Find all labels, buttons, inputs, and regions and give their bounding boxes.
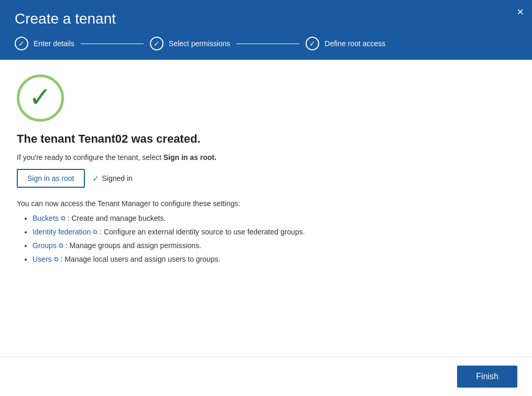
step-1-label: Enter details xyxy=(34,39,74,48)
step-define-root-access: ✓ Define root access xyxy=(306,37,385,50)
info-text-prefix: If you're ready to configure the tenant,… xyxy=(17,153,164,162)
settings-list: Buckets ⧉ : Create and manage buckets. I… xyxy=(17,214,515,263)
modal-footer: Finish xyxy=(0,357,532,396)
info-text-link: Sign in as root. xyxy=(164,153,216,162)
external-link-icon: ⧉ xyxy=(93,228,97,236)
close-button[interactable]: × xyxy=(517,6,524,18)
modal-title: Create a tenant xyxy=(15,10,517,27)
modal-body: ✓ The tenant Tenant02 was created. If yo… xyxy=(0,60,532,357)
users-link-label: Users xyxy=(32,255,52,263)
success-icon: ✓ xyxy=(17,74,64,122)
identity-federation-link[interactable]: Identity federation ⧉ xyxy=(32,228,97,236)
step-3-circle: ✓ xyxy=(306,37,319,50)
signin-as-root-button[interactable]: Sign in as root xyxy=(17,169,85,188)
access-text: You can now access the Tenant Manager to… xyxy=(17,199,515,208)
groups-link[interactable]: Groups ⧉ xyxy=(32,241,63,250)
step-2-label: Select permissions xyxy=(169,39,231,48)
identity-federation-link-label: Identity federation xyxy=(32,228,91,236)
list-item: Identity federation ⧉ : Configure an ext… xyxy=(32,228,515,236)
list-item: Users ⧉ : Manage local users and assign … xyxy=(32,255,515,263)
info-text: If you're ready to configure the tenant,… xyxy=(17,153,515,162)
signed-in-label: Signed in xyxy=(102,174,133,183)
success-title: The tenant Tenant02 was created. xyxy=(17,132,515,146)
signed-in-check-icon: ✓ xyxy=(92,174,99,184)
signed-in-status: ✓ Signed in xyxy=(92,174,133,184)
stepper: ✓ Enter details ✓ Select permissions ✓ D… xyxy=(15,37,517,50)
step-2-circle: ✓ xyxy=(150,37,164,50)
modal-header: × Create a tenant ✓ Enter details ✓ Sele… xyxy=(0,0,532,60)
step-select-permissions: ✓ Select permissions xyxy=(150,37,231,50)
groups-description: : Manage groups and assign permissions. xyxy=(66,241,201,250)
buckets-link-label: Buckets xyxy=(32,214,59,222)
external-link-icon: ⧉ xyxy=(59,242,63,249)
users-link[interactable]: Users ⧉ xyxy=(32,255,59,263)
signin-row: Sign in as root ✓ Signed in xyxy=(17,169,515,188)
modal: × Create a tenant ✓ Enter details ✓ Sele… xyxy=(0,0,532,396)
list-item: Buckets ⧉ : Create and manage buckets. xyxy=(32,214,515,222)
step-enter-details: ✓ Enter details xyxy=(15,37,74,50)
buckets-description: : Create and manage buckets. xyxy=(68,214,166,222)
step-line-2 xyxy=(236,44,299,44)
step-line-1 xyxy=(81,44,144,44)
external-link-icon: ⧉ xyxy=(54,255,59,263)
identity-federation-description: : Configure an external identity source … xyxy=(100,228,305,236)
finish-button[interactable]: Finish xyxy=(457,366,517,388)
list-item: Groups ⧉ : Manage groups and assign perm… xyxy=(32,241,515,250)
external-link-icon: ⧉ xyxy=(61,215,66,222)
buckets-link[interactable]: Buckets ⧉ xyxy=(32,214,66,222)
users-description: : Manage local users and assign users to… xyxy=(60,255,220,263)
groups-link-label: Groups xyxy=(32,241,57,250)
step-3-label: Define root access xyxy=(324,39,385,48)
step-1-circle: ✓ xyxy=(15,37,28,50)
checkmark-icon: ✓ xyxy=(29,83,52,111)
